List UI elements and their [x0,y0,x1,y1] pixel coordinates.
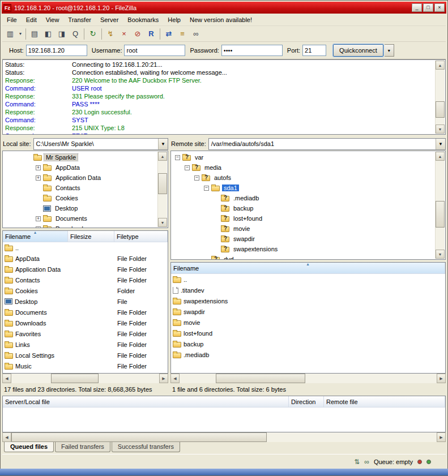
site-manager-dropdown-icon[interactable]: ▾ [17,28,24,40]
file-row[interactable]: .. [3,242,168,253]
scroll-left-icon[interactable]: ◀ [170,374,180,383]
scroll-down-icon[interactable]: ▼ [436,125,445,134]
file-row[interactable]: AppData File Folder [3,253,168,264]
tree-item[interactable]: lost+found [171,213,434,224]
scroll-up-icon[interactable]: ▲ [436,61,445,70]
tree-item[interactable]: swapextensions [171,244,434,254]
scroll-thumb[interactable] [216,374,306,383]
toggle-message-log-icon[interactable]: ▤ [28,28,41,40]
column-filetype[interactable]: Filetype [114,231,168,242]
file-row[interactable]: Downloads File Folder [3,318,168,328]
expand-toggle-icon[interactable] [36,175,41,181]
tree-item[interactable]: var [171,152,434,162]
log-scrollbar[interactable]: ▲ ▼ [435,61,445,134]
column-direction[interactable]: Direction [289,396,324,407]
remote-list-hscrollbar[interactable]: ◀ ▶ [170,374,446,383]
file-row[interactable]: swapextensions [171,295,445,306]
scroll-up-icon[interactable]: ▲ [436,152,445,161]
toggle-queue-icon[interactable]: Q [69,28,82,40]
tree-item[interactable]: media [171,162,434,173]
directory-comparison-icon[interactable]: ⇄ [162,28,176,40]
username-input[interactable] [124,45,185,56]
file-row[interactable]: .mediadb [171,349,445,360]
close-button[interactable]: × [434,3,445,12]
tree-item[interactable]: swapdir [171,234,434,244]
file-row[interactable]: Cookies Folder [3,285,168,296]
process-queue-icon[interactable]: ↯ [104,28,117,40]
menu-file[interactable]: File [2,15,22,25]
tree-item[interactable]: AppData [3,162,156,173]
quickconnect-dropdown-icon[interactable]: ▾ [385,44,394,57]
remote-file-list[interactable]: Filename▴ .. .titandev swapextensi [170,262,446,374]
tree-item[interactable]: Downloads [3,224,156,228]
cancel-icon[interactable]: × [117,28,131,40]
file-row[interactable]: Desktop File [3,296,168,307]
scroll-down-icon[interactable]: ▼ [158,218,167,227]
port-input[interactable] [302,45,326,56]
scroll-left-icon[interactable]: ◀ [2,374,11,383]
scroll-thumb[interactable] [436,101,445,118]
scroll-thumb[interactable] [51,374,99,383]
tree-item[interactable]: movie [171,224,434,234]
queue-tab[interactable]: Failed transfers [55,442,110,452]
chevron-down-icon[interactable]: ▼ [436,139,445,149]
column-remote-file[interactable]: Remote file [324,396,445,407]
site-manager-icon[interactable]: ▥ [3,28,17,40]
queue-tab[interactable]: Queued files [4,442,54,452]
menu-server[interactable]: Server [96,15,123,25]
toggle-local-tree-icon[interactable]: ◧ [41,28,55,40]
message-log[interactable]: Status:Connecting to 192.168.1.20:21... … [2,59,446,135]
tree-item[interactable]: Cookies [3,193,156,203]
file-row[interactable]: .. [171,274,445,285]
menu-bookmarks[interactable]: Bookmarks [123,15,163,25]
tree-item[interactable]: Documents [3,213,156,224]
scroll-up-icon[interactable]: ▲ [158,152,167,161]
queue-hscrollbar[interactable]: ◀ ▶ [2,432,446,442]
scroll-right-icon[interactable]: ▶ [437,374,446,383]
quickconnect-button[interactable]: Quickconnect [333,44,383,57]
expand-toggle-icon[interactable] [36,216,41,221]
chevron-down-icon[interactable]: ▼ [158,139,168,149]
scroll-right-icon[interactable]: ▶ [159,374,168,383]
queue-tab[interactable]: Successful transfers [112,442,180,452]
file-row[interactable]: movie [171,317,445,328]
password-input[interactable] [221,45,283,56]
local-tree-scrollbar[interactable]: ▲ ▼ [157,152,167,227]
scroll-down-icon[interactable]: ▼ [436,250,445,259]
menu-edit[interactable]: Edit [22,15,41,25]
title-bar[interactable]: Fz 192.168.1.20 - root@192.168.1.20 - Fi… [2,2,446,14]
toolbar-separator[interactable] [84,28,84,40]
file-row[interactable]: Documents File Folder [3,307,168,318]
expand-toggle-icon[interactable] [194,175,199,181]
expand-toggle-icon[interactable] [175,155,180,160]
local-list-hscrollbar[interactable]: ◀ ▶ [2,374,168,383]
expand-toggle-icon[interactable] [204,186,209,191]
file-row[interactable]: Application Data File Folder [3,264,168,275]
transfer-queue[interactable]: Server/Local file Direction Remote file [2,396,446,432]
synchronized-browsing-icon[interactable]: ≡ [176,28,189,40]
file-row[interactable]: Links File Folder [3,339,168,350]
local-site-combo[interactable]: C:\Users\Mr Sparkle\ ▼ [33,138,168,150]
tree-item[interactable]: Application Data [3,173,156,183]
tree-item[interactable]: backup [171,203,434,213]
tree-item[interactable]: autofs [171,173,434,183]
disconnect-icon[interactable]: ⊘ [131,28,144,40]
tree-item[interactable]: Contacts [3,183,156,193]
scroll-thumb[interactable] [11,432,267,442]
column-filename[interactable]: Filename▴ [171,263,445,273]
tree-item[interactable]: sda1 [171,183,434,193]
file-row[interactable]: swapdir [171,306,445,317]
local-tree[interactable]: Mr Sparkle AppData Application Data [2,151,168,228]
file-row[interactable]: Local Settings File Folder [3,350,168,361]
toolbar-separator[interactable] [160,28,160,40]
scroll-thumb[interactable] [436,201,445,228]
column-server-local-file[interactable]: Server/Local file [3,396,289,407]
expand-toggle-icon[interactable] [36,165,41,170]
scroll-left-icon[interactable]: ◀ [2,432,11,442]
file-row[interactable]: Music File Folder [3,361,168,371]
expand-toggle-icon[interactable] [36,226,41,229]
menu-new-version[interactable]: New version available! [185,15,257,25]
refresh-icon[interactable]: ↻ [86,28,100,40]
menu-help[interactable]: Help [163,15,185,25]
local-file-list[interactable]: Filename▴ Filesize Filetype .. AppData F… [2,230,168,374]
